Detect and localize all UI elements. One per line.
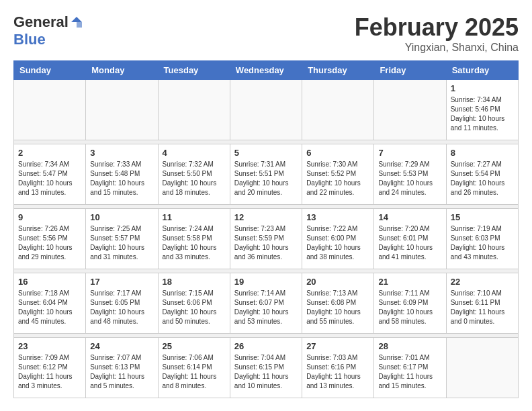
day-number: 11 bbox=[163, 212, 226, 222]
day-number: 15 bbox=[451, 212, 514, 222]
day-info: Sunrise: 7:26 AM Sunset: 5:56 PM Dayligh… bbox=[18, 224, 81, 262]
table-row bbox=[14, 80, 86, 140]
table-row: 16Sunrise: 7:18 AM Sunset: 6:04 PM Dayli… bbox=[14, 273, 86, 334]
day-number: 17 bbox=[90, 277, 153, 287]
month-title: February 2025 bbox=[355, 13, 519, 42]
day-info: Sunrise: 7:14 AM Sunset: 6:07 PM Dayligh… bbox=[234, 289, 298, 326]
day-info: Sunrise: 7:20 AM Sunset: 6:01 PM Dayligh… bbox=[378, 224, 441, 262]
table-row bbox=[230, 80, 302, 140]
day-number: 4 bbox=[163, 148, 226, 158]
table-row: 9Sunrise: 7:26 AM Sunset: 5:56 PM Daylig… bbox=[14, 209, 86, 269]
table-row: 13Sunrise: 7:22 AM Sunset: 6:00 PM Dayli… bbox=[302, 209, 374, 269]
table-row: 12Sunrise: 7:23 AM Sunset: 5:59 PM Dayli… bbox=[230, 209, 302, 269]
day-number: 23 bbox=[18, 341, 81, 351]
location: Yingxian, Shanxi, China bbox=[355, 42, 519, 54]
table-row: 5Sunrise: 7:31 AM Sunset: 5:51 PM Daylig… bbox=[230, 144, 302, 205]
table-row: 23Sunrise: 7:09 AM Sunset: 6:12 PM Dayli… bbox=[14, 338, 86, 398]
table-row: 27Sunrise: 7:03 AM Sunset: 6:16 PM Dayli… bbox=[302, 338, 374, 398]
day-info: Sunrise: 7:25 AM Sunset: 5:57 PM Dayligh… bbox=[90, 224, 153, 262]
table-row: 28Sunrise: 7:01 AM Sunset: 6:17 PM Dayli… bbox=[374, 338, 446, 398]
day-info: Sunrise: 7:34 AM Sunset: 5:46 PM Dayligh… bbox=[451, 95, 514, 133]
table-row: 10Sunrise: 7:25 AM Sunset: 5:57 PM Dayli… bbox=[86, 209, 158, 269]
day-info: Sunrise: 7:09 AM Sunset: 6:12 PM Dayligh… bbox=[18, 353, 81, 391]
day-number: 3 bbox=[90, 148, 153, 158]
day-info: Sunrise: 7:06 AM Sunset: 6:14 PM Dayligh… bbox=[163, 353, 226, 391]
table-row: 21Sunrise: 7:11 AM Sunset: 6:09 PM Dayli… bbox=[374, 273, 446, 334]
col-friday: Friday bbox=[374, 61, 446, 80]
day-number: 7 bbox=[378, 148, 441, 158]
table-row: 26Sunrise: 7:04 AM Sunset: 6:15 PM Dayli… bbox=[230, 338, 302, 398]
day-number: 13 bbox=[306, 212, 369, 222]
table-row bbox=[302, 80, 374, 140]
day-number: 1 bbox=[451, 83, 514, 93]
table-row: 17Sunrise: 7:17 AM Sunset: 6:05 PM Dayli… bbox=[86, 273, 158, 334]
day-info: Sunrise: 7:19 AM Sunset: 6:03 PM Dayligh… bbox=[451, 224, 514, 262]
calendar-week-1: 1Sunrise: 7:34 AM Sunset: 5:46 PM Daylig… bbox=[14, 80, 519, 140]
day-number: 2 bbox=[18, 148, 81, 158]
table-row: 4Sunrise: 7:32 AM Sunset: 5:50 PM Daylig… bbox=[158, 144, 230, 205]
day-number: 8 bbox=[451, 148, 514, 158]
day-info: Sunrise: 7:34 AM Sunset: 5:47 PM Dayligh… bbox=[18, 160, 81, 197]
day-info: Sunrise: 7:27 AM Sunset: 5:54 PM Dayligh… bbox=[451, 160, 514, 197]
table-row: 18Sunrise: 7:15 AM Sunset: 6:06 PM Dayli… bbox=[158, 273, 230, 334]
header: General Blue February 2025 Yingxian, Sha… bbox=[13, 13, 519, 54]
day-number: 9 bbox=[18, 212, 81, 222]
day-info: Sunrise: 7:18 AM Sunset: 6:04 PM Dayligh… bbox=[18, 289, 81, 326]
day-info: Sunrise: 7:30 AM Sunset: 5:52 PM Dayligh… bbox=[306, 160, 369, 197]
day-number: 6 bbox=[306, 148, 369, 158]
calendar-container: General Blue February 2025 Yingxian, Sha… bbox=[0, 0, 532, 405]
day-info: Sunrise: 7:24 AM Sunset: 5:58 PM Dayligh… bbox=[163, 224, 226, 262]
day-info: Sunrise: 7:29 AM Sunset: 5:53 PM Dayligh… bbox=[378, 160, 441, 197]
table-row: 20Sunrise: 7:13 AM Sunset: 6:08 PM Dayli… bbox=[302, 273, 374, 334]
day-number: 25 bbox=[163, 341, 226, 351]
day-number: 28 bbox=[378, 341, 441, 351]
col-wednesday: Wednesday bbox=[230, 61, 302, 80]
day-info: Sunrise: 7:01 AM Sunset: 6:17 PM Dayligh… bbox=[378, 353, 441, 391]
table-row: 2Sunrise: 7:34 AM Sunset: 5:47 PM Daylig… bbox=[14, 144, 86, 205]
day-number: 20 bbox=[306, 277, 369, 287]
day-number: 18 bbox=[163, 277, 226, 287]
day-info: Sunrise: 7:23 AM Sunset: 5:59 PM Dayligh… bbox=[234, 224, 298, 262]
svg-marker-1 bbox=[77, 22, 82, 28]
table-row: 7Sunrise: 7:29 AM Sunset: 5:53 PM Daylig… bbox=[374, 144, 446, 205]
day-number: 10 bbox=[90, 212, 153, 222]
title-section: February 2025 Yingxian, Shanxi, China bbox=[355, 13, 519, 54]
col-thursday: Thursday bbox=[302, 61, 374, 80]
day-number: 5 bbox=[234, 148, 298, 158]
calendar-week-3: 9Sunrise: 7:26 AM Sunset: 5:56 PM Daylig… bbox=[14, 209, 519, 269]
logo-icon bbox=[70, 15, 83, 29]
table-row: 11Sunrise: 7:24 AM Sunset: 5:58 PM Dayli… bbox=[158, 209, 230, 269]
table-row: 3Sunrise: 7:33 AM Sunset: 5:48 PM Daylig… bbox=[86, 144, 158, 205]
table-row bbox=[446, 338, 518, 398]
day-info: Sunrise: 7:32 AM Sunset: 5:50 PM Dayligh… bbox=[163, 160, 226, 197]
table-row bbox=[158, 80, 230, 140]
day-info: Sunrise: 7:15 AM Sunset: 6:06 PM Dayligh… bbox=[163, 289, 226, 326]
col-monday: Monday bbox=[86, 61, 158, 80]
logo-blue-text: Blue bbox=[13, 31, 46, 48]
day-info: Sunrise: 7:13 AM Sunset: 6:08 PM Dayligh… bbox=[306, 289, 369, 326]
calendar-header-row: Sunday Monday Tuesday Wednesday Thursday… bbox=[14, 61, 519, 80]
calendar-week-5: 23Sunrise: 7:09 AM Sunset: 6:12 PM Dayli… bbox=[14, 338, 519, 398]
table-row bbox=[86, 80, 158, 140]
calendar-table: Sunday Monday Tuesday Wednesday Thursday… bbox=[13, 60, 519, 398]
col-sunday: Sunday bbox=[14, 61, 86, 80]
day-info: Sunrise: 7:22 AM Sunset: 6:00 PM Dayligh… bbox=[306, 224, 369, 262]
logo-general-text: General bbox=[13, 13, 69, 31]
table-row: 14Sunrise: 7:20 AM Sunset: 6:01 PM Dayli… bbox=[374, 209, 446, 269]
day-number: 24 bbox=[90, 341, 153, 351]
calendar-week-2: 2Sunrise: 7:34 AM Sunset: 5:47 PM Daylig… bbox=[14, 144, 519, 205]
day-info: Sunrise: 7:10 AM Sunset: 6:11 PM Dayligh… bbox=[451, 289, 514, 326]
col-saturday: Saturday bbox=[446, 61, 518, 80]
day-number: 12 bbox=[234, 212, 298, 222]
table-row: 22Sunrise: 7:10 AM Sunset: 6:11 PM Dayli… bbox=[446, 273, 518, 334]
day-number: 22 bbox=[451, 277, 514, 287]
day-info: Sunrise: 7:03 AM Sunset: 6:16 PM Dayligh… bbox=[306, 353, 369, 391]
table-row bbox=[374, 80, 446, 140]
calendar-week-4: 16Sunrise: 7:18 AM Sunset: 6:04 PM Dayli… bbox=[14, 273, 519, 334]
day-number: 16 bbox=[18, 277, 81, 287]
day-number: 27 bbox=[306, 341, 369, 351]
table-row: 19Sunrise: 7:14 AM Sunset: 6:07 PM Dayli… bbox=[230, 273, 302, 334]
table-row: 6Sunrise: 7:30 AM Sunset: 5:52 PM Daylig… bbox=[302, 144, 374, 205]
logo: General Blue bbox=[13, 13, 83, 48]
svg-marker-0 bbox=[71, 17, 82, 22]
